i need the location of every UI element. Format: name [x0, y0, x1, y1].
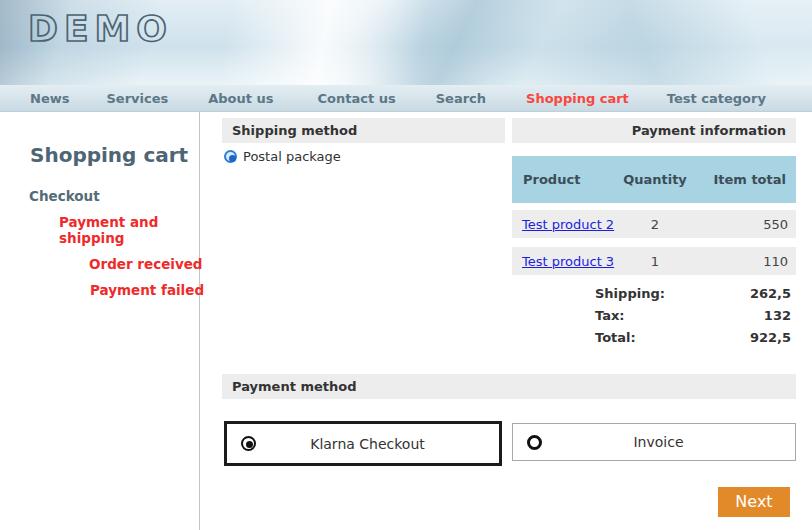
summary-row-tax: Tax: 132: [512, 304, 796, 326]
summary-value: 922,5: [636, 330, 796, 345]
nav-item-news[interactable]: News: [30, 91, 69, 106]
table-header-row: Product Quantity Item total: [512, 156, 796, 203]
payment-information-header: Payment information: [512, 118, 796, 143]
summary-label: Shipping:: [595, 286, 665, 301]
summary-value: 132: [625, 308, 796, 323]
summary-label: Tax:: [595, 308, 625, 323]
shipping-option-postal-package[interactable]: Postal package: [224, 149, 341, 164]
column-header-product: Product: [512, 172, 617, 187]
shipping-option-label: Postal package: [243, 149, 341, 164]
nav-item-search[interactable]: Search: [436, 91, 486, 106]
payment-option-label: Klarna Checkout: [256, 436, 479, 452]
column-header-quantity: Quantity: [617, 172, 693, 187]
payment-method-header: Payment method: [222, 374, 796, 399]
sidebar-item-payment-failed[interactable]: Payment failed: [90, 282, 204, 298]
nav-item-shopping-cart[interactable]: Shopping cart: [526, 91, 629, 106]
sidebar-title: Shopping cart: [30, 143, 188, 167]
sidebar-divider: [199, 112, 200, 530]
page-root: DEMO News Services About us Contact us S…: [0, 0, 812, 530]
shipping-method-header: Shipping method: [222, 118, 505, 143]
sidebar-item-checkout[interactable]: Checkout: [29, 188, 100, 204]
radio-selected-icon[interactable]: [224, 150, 237, 163]
sidebar-item-payment-and-shipping[interactable]: Payment and shipping: [59, 214, 177, 246]
demo-logo-text: DEMO: [28, 8, 173, 49]
item-total-cell: 550: [693, 217, 796, 232]
nav-item-services[interactable]: Services: [106, 91, 168, 106]
product-link[interactable]: Test product 2: [522, 217, 614, 232]
summary-label: Total:: [595, 330, 636, 345]
table-row: Test product 2 2 550: [512, 210, 796, 238]
product-link[interactable]: Test product 3: [522, 254, 614, 269]
sidebar-item-order-received[interactable]: Order received: [89, 256, 203, 272]
summary-value: 262,5: [665, 286, 796, 301]
nav-item-contact-us[interactable]: Contact us: [318, 91, 396, 106]
quantity-cell: 1: [617, 254, 693, 269]
radio-selected-icon[interactable]: [241, 436, 256, 451]
payment-option-klarna-checkout[interactable]: Klarna Checkout: [224, 421, 502, 466]
order-summary: Shipping: 262,5 Tax: 132 Total: 922,5: [512, 282, 796, 348]
main-nav: News Services About us Contact us Search…: [0, 85, 812, 112]
demo-logo[interactable]: DEMO: [26, 5, 216, 55]
cart-table: Product Quantity Item total Test product…: [512, 156, 796, 275]
nav-item-test-category[interactable]: Test category: [667, 91, 766, 106]
next-button[interactable]: Next: [718, 487, 790, 517]
payment-option-invoice[interactable]: Invoice: [512, 423, 796, 461]
table-row: Test product 3 1 110: [512, 247, 796, 275]
site-header: DEMO: [0, 0, 812, 85]
summary-row-shipping: Shipping: 262,5: [512, 282, 796, 304]
summary-row-total: Total: 922,5: [512, 326, 796, 348]
quantity-cell: 2: [617, 217, 693, 232]
payment-option-label: Invoice: [542, 434, 775, 450]
item-total-cell: 110: [693, 254, 796, 269]
nav-item-about-us[interactable]: About us: [208, 91, 273, 106]
radio-unselected-icon[interactable]: [527, 435, 542, 450]
column-header-item-total: Item total: [693, 172, 796, 187]
